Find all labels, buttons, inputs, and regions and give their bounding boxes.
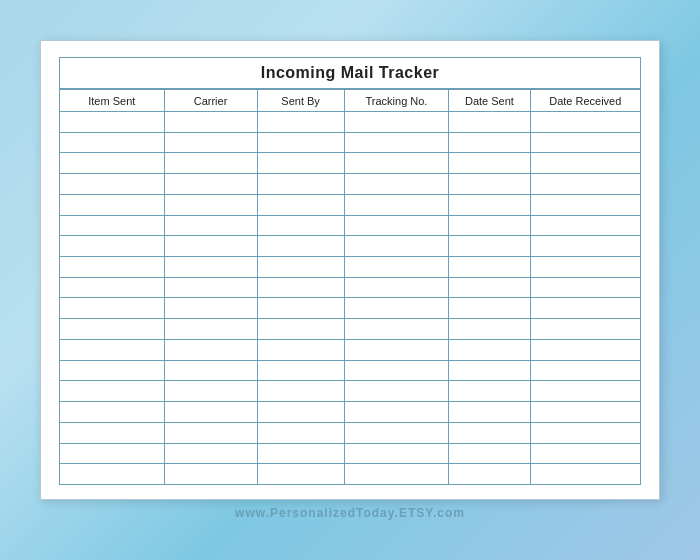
table-cell [164,194,257,215]
col-header-date-sent: Date Sent [449,90,530,112]
table-cell [449,464,530,485]
table-cell [60,257,165,278]
table-cell [344,298,449,319]
table-cell [344,381,449,402]
table-cell [257,360,344,381]
table-row [60,339,641,360]
table-cell [164,236,257,257]
col-header-sent-by: Sent By [257,90,344,112]
table-cell [257,298,344,319]
table-cell [164,277,257,298]
table-cell [60,277,165,298]
table-cell [164,402,257,423]
table-cell [344,464,449,485]
table-cell [449,112,530,133]
mail-tracker-page: Incoming Mail Tracker Item Sent Carrier … [40,40,660,500]
table-cell [257,277,344,298]
table-cell [257,402,344,423]
table-cell [164,132,257,153]
table-cell [60,112,165,133]
table-cell [60,319,165,340]
table-cell [449,360,530,381]
table-cell [164,215,257,236]
table-row [60,422,641,443]
table-cell [60,298,165,319]
table-cell [60,132,165,153]
col-header-item-sent: Item Sent [60,90,165,112]
table-row [60,443,641,464]
table-cell [257,464,344,485]
table-cell [344,422,449,443]
table-cell [530,215,640,236]
table-cell [344,277,449,298]
table-cell [257,112,344,133]
table-row [60,298,641,319]
table-cell [449,277,530,298]
table-cell [60,422,165,443]
table-cell [60,381,165,402]
table-cell [449,153,530,174]
table-cell [164,339,257,360]
table-cell [449,257,530,278]
table-cell [344,257,449,278]
table-cell [164,360,257,381]
table-row [60,277,641,298]
table-cell [344,174,449,195]
table-cell [60,153,165,174]
table-cell [257,422,344,443]
table-cell [257,153,344,174]
table-cell [530,443,640,464]
table-cell [530,277,640,298]
title-box: Incoming Mail Tracker [59,57,641,89]
table-cell [449,402,530,423]
table-cell [530,236,640,257]
table-cell [530,319,640,340]
table-cell [60,402,165,423]
table-cell [60,443,165,464]
table-cell [530,339,640,360]
table-cell [344,215,449,236]
table-cell [530,360,640,381]
table-cell [257,236,344,257]
table-cell [164,422,257,443]
tracker-table: Item Sent Carrier Sent By Tracking No. D… [59,89,641,485]
table-cell [530,153,640,174]
table-cell [344,194,449,215]
table-cell [530,422,640,443]
table-cell [164,443,257,464]
table-cell [449,381,530,402]
table-cell [60,215,165,236]
table-cell [257,339,344,360]
table-cell [164,464,257,485]
table-cell [344,153,449,174]
table-cell [257,174,344,195]
table-cell [530,257,640,278]
table-cell [344,132,449,153]
table-cell [344,112,449,133]
table-cell [530,174,640,195]
table-cell [530,194,640,215]
table-cell [530,381,640,402]
table-cell [164,381,257,402]
watermark-brand: www.PersonalizedToday.ETSY.com [235,506,465,520]
watermark-row: www.PersonalizedToday.ETSY.com [235,506,465,520]
table-cell [344,319,449,340]
table-cell [257,443,344,464]
table-cell [344,360,449,381]
table-row [60,381,641,402]
watermark-text: www.PersonalizedToday.ETSY.com [235,506,465,520]
table-cell [257,194,344,215]
table-row [60,319,641,340]
table-cell [164,174,257,195]
col-header-date-received: Date Received [530,90,640,112]
table-cell [530,298,640,319]
table-cell [60,339,165,360]
table-row [60,132,641,153]
table-cell [344,236,449,257]
table-row [60,402,641,423]
table-row [60,360,641,381]
table-row [60,153,641,174]
table-cell [257,381,344,402]
table-cell [344,339,449,360]
table-cell [344,402,449,423]
